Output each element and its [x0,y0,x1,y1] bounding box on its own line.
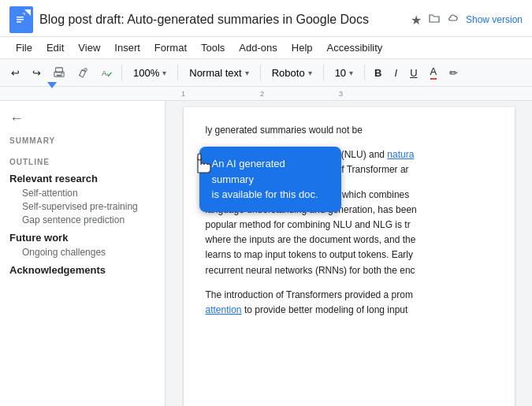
doc-text-nlu: (NLU) and [341,149,388,160]
menu-file[interactable]: File [9,39,39,57]
doc-icon [9,6,33,33]
underline-button[interactable]: U [405,64,422,82]
svg-rect-3 [17,21,21,23]
highlight-button[interactable]: ✏ [445,64,463,82]
print-button[interactable] [49,64,69,81]
italic-button[interactable]: I [390,64,403,82]
style-dropdown[interactable]: Normal text ▾ [183,64,255,82]
outline-item-ongoing-challenges[interactable]: Ongoing challenges [22,247,155,258]
menu-help[interactable]: Help [285,39,319,57]
summary-label: SUMMARY [9,136,155,145]
toolbar-divider-4 [323,65,324,80]
svg-text:A: A [102,69,107,77]
doc-text-intro: ly generated summaries would not be [206,125,363,136]
outline-item-self-supervised[interactable]: Self-supervised pre-training [22,201,155,212]
sidebar: ← SUMMARY OUTLINE Relevant research Self… [0,101,166,406]
outline-item-relevant-research[interactable]: Relevant research [9,173,155,184]
spellcheck-button[interactable]: A [96,64,117,81]
ruler-mark-1: 1 [181,90,185,98]
outline-item-future-work[interactable]: Future work [9,232,155,244]
doc-area: An AI generated summary is available for… [166,101,532,406]
textcolor-button[interactable]: A [426,62,442,83]
outline-item-acknowledgements[interactable]: Acknowledgements [9,264,155,276]
doc-text-abs5: learns to map input tokens to output tok… [206,249,413,260]
menu-view[interactable]: View [72,39,106,57]
fontsize-dropdown[interactable]: 10 ▾ [329,64,359,82]
zoom-dropdown[interactable]: 100% ▾ [127,64,173,82]
zoom-chevron: ▾ [162,69,166,77]
doc-paragraph-4: The introduction of Transformers provide… [206,288,493,318]
menu-accessibility[interactable]: Accessibility [321,39,389,57]
font-chevron: ▾ [308,69,312,77]
doc-text-trans2: to provide better modeling of long input [244,304,407,315]
folder-icon[interactable] [428,12,441,28]
svg-rect-2 [17,19,24,20]
ruler-tab[interactable] [47,82,57,88]
undo-button[interactable]: ↩ [6,64,24,82]
ai-tooltip-line2: is available for this doc. [212,188,318,200]
cloud-icon[interactable] [447,12,459,28]
title-bar: Blog post draft: Auto-generated summarie… [0,0,532,37]
svg-point-9 [84,69,87,72]
doc-link-attention[interactable]: attention [206,304,242,315]
star-icon[interactable]: ★ [411,13,422,28]
menu-bar: File Edit View Insert Format Tools Add-o… [0,37,532,59]
menu-insert[interactable]: Insert [108,39,147,57]
ruler: 1 2 3 [0,87,532,101]
menu-format[interactable]: Format [148,39,193,57]
toolbar-divider-3 [260,65,261,80]
outline-section: OUTLINE Relevant research Self-attention… [9,158,155,276]
menu-addons[interactable]: Add-ons [233,39,283,57]
title-icons: ★ [411,12,459,28]
font-dropdown[interactable]: Roboto ▾ [266,64,318,82]
outline-label: OUTLINE [9,158,155,166]
toolbar: ↩ ↪ A 100% ▾ Normal text ▾ Roboto ▾ 10 ▾… [0,59,532,87]
outline-item-self-attention[interactable]: Self-attention [22,188,155,199]
doc-text-abs3: popular method for combining NLU and NLG… [206,219,411,230]
sidebar-back-arrow[interactable]: ← [9,110,24,127]
svg-point-8 [61,73,63,74]
doc-paragraph-1: ly generated summaries would not be [206,123,493,138]
show-version-link[interactable]: Show version [466,14,523,25]
fontsize-chevron: ▾ [349,69,353,77]
doc-text-trans1: The introduction of Transformers provide… [206,289,413,300]
paintformat-button[interactable] [73,64,93,81]
doc-text-abs1: , which combines [337,189,409,200]
toolbar-divider-1 [121,65,122,80]
menu-edit[interactable]: Edit [40,39,70,57]
doc-link-natura[interactable]: natura [387,149,414,160]
toolbar-divider-2 [177,65,178,80]
doc-page: An AI generated summary is available for… [184,107,515,406]
main-area: ← SUMMARY OUTLINE Relevant research Self… [0,101,532,406]
style-chevron: ▾ [245,69,249,77]
svg-rect-7 [57,75,62,76]
doc-text-abs4: where the inputs are the document words,… [206,234,416,245]
ruler-mark-2: 2 [260,90,264,98]
doc-text-abs6: recurrent neural networks (RNNs) for bot… [206,265,415,276]
ai-summary-tooltip[interactable]: An AI generated summary is available for… [199,147,341,212]
title-area: Blog post draft: Auto-generated summarie… [39,13,404,27]
outline-item-gap-sentence[interactable]: Gap sentence prediction [22,214,155,225]
menu-tools[interactable]: Tools [195,39,231,57]
bold-button[interactable]: B [370,64,386,82]
ai-tooltip-line1: An AI generated summary [212,158,285,185]
svg-rect-1 [17,17,24,18]
ruler-mark-3: 3 [339,90,343,98]
doc-title[interactable]: Blog post draft: Auto-generated summarie… [39,13,404,27]
redo-button[interactable]: ↪ [28,64,46,82]
toolbar-divider-5 [364,65,365,80]
